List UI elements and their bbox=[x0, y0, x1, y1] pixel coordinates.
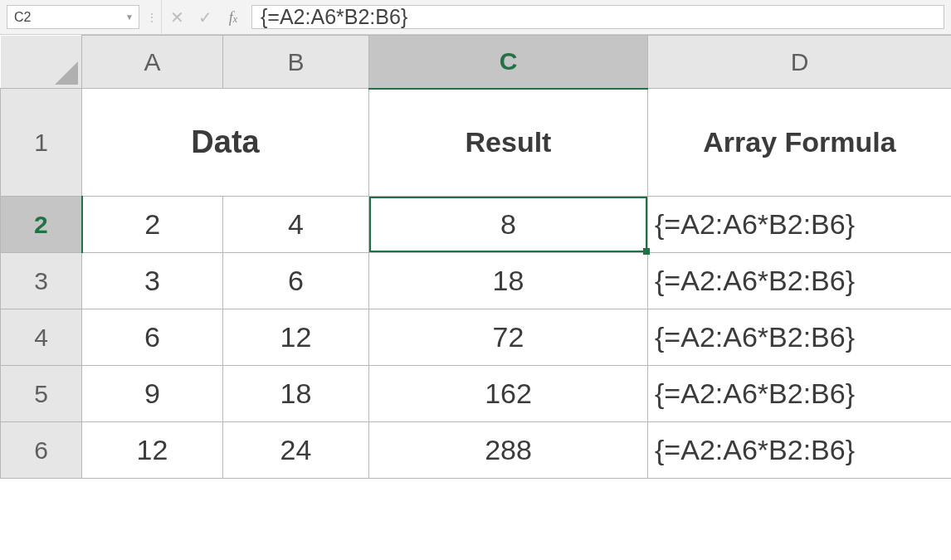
row-header-1[interactable]: 1 bbox=[1, 89, 82, 197]
select-all-triangle-icon bbox=[55, 61, 78, 85]
row-header-3[interactable]: 3 bbox=[1, 253, 82, 309]
cell-D1[interactable]: Array Formula bbox=[648, 89, 952, 197]
chevron-down-icon[interactable]: ▼ bbox=[125, 12, 134, 22]
cell-D3[interactable]: {=A2:A6*B2:B6} bbox=[648, 253, 952, 309]
formula-input[interactable]: {=A2:A6*B2:B6} bbox=[251, 5, 944, 29]
grid-table: A B C D 1 Data Result Array Formula 2 2 … bbox=[0, 35, 951, 479]
cell-C1[interactable]: Result bbox=[369, 89, 648, 197]
row-5: 5 9 18 162 {=A2:A6*B2:B6} bbox=[1, 366, 952, 422]
enter-icon[interactable]: ✓ bbox=[197, 9, 213, 26]
cell-D5[interactable]: {=A2:A6*B2:B6} bbox=[648, 366, 952, 422]
formula-bar-buttons: ✕ ✓ fx bbox=[161, 0, 248, 34]
name-box[interactable]: C2 ▼ bbox=[7, 5, 139, 29]
row-2: 2 2 4 8 {=A2:A6*B2:B6} bbox=[1, 197, 952, 253]
cell-A3[interactable]: 3 bbox=[82, 253, 223, 309]
cell-C3[interactable]: 18 bbox=[369, 253, 648, 309]
row-header-5[interactable]: 5 bbox=[1, 366, 82, 422]
row-header-4[interactable]: 4 bbox=[1, 309, 82, 366]
cell-B2[interactable]: 4 bbox=[223, 197, 369, 253]
col-header-D[interactable]: D bbox=[648, 36, 952, 89]
cell-B5[interactable]: 18 bbox=[223, 366, 369, 422]
row-1: 1 Data Result Array Formula bbox=[1, 89, 952, 197]
cell-D6[interactable]: {=A2:A6*B2:B6} bbox=[648, 422, 952, 479]
cell-D2[interactable]: {=A2:A6*B2:B6} bbox=[648, 197, 952, 253]
cell-D4[interactable]: {=A2:A6*B2:B6} bbox=[648, 309, 952, 366]
row-header-2[interactable]: 2 bbox=[1, 197, 82, 253]
col-header-C[interactable]: C bbox=[369, 36, 648, 89]
name-box-value: C2 bbox=[14, 10, 31, 25]
formula-bar: C2 ▼ ⋮ ✕ ✓ fx {=A2:A6*B2:B6} bbox=[0, 0, 951, 35]
row-4: 4 6 12 72 {=A2:A6*B2:B6} bbox=[1, 309, 952, 366]
spreadsheet: A B C D 1 Data Result Array Formula 2 2 … bbox=[0, 35, 951, 560]
drag-handle-icon[interactable]: ⋮ bbox=[143, 0, 161, 34]
col-header-A[interactable]: A bbox=[82, 36, 223, 89]
cell-A5[interactable]: 9 bbox=[82, 366, 223, 422]
cell-C4[interactable]: 72 bbox=[369, 309, 648, 366]
cell-A2[interactable]: 2 bbox=[82, 197, 223, 253]
column-header-row: A B C D bbox=[1, 36, 952, 89]
select-all-corner[interactable] bbox=[1, 36, 82, 89]
formula-text: {=A2:A6*B2:B6} bbox=[261, 5, 407, 29]
cell-B4[interactable]: 12 bbox=[223, 309, 369, 366]
cell-A1-B1-merged[interactable]: Data bbox=[82, 89, 369, 197]
cell-B3[interactable]: 6 bbox=[223, 253, 369, 309]
cell-C2[interactable]: 8 bbox=[369, 197, 648, 253]
row-3: 3 3 6 18 {=A2:A6*B2:B6} bbox=[1, 253, 952, 309]
col-header-B[interactable]: B bbox=[223, 36, 369, 89]
cancel-icon[interactable]: ✕ bbox=[168, 9, 185, 26]
cell-A6[interactable]: 12 bbox=[82, 422, 223, 479]
cell-C6[interactable]: 288 bbox=[369, 422, 648, 479]
fx-icon[interactable]: fx bbox=[225, 10, 241, 25]
cell-B6[interactable]: 24 bbox=[223, 422, 369, 479]
cell-A4[interactable]: 6 bbox=[82, 309, 223, 366]
cell-C5[interactable]: 162 bbox=[369, 366, 648, 422]
row-6: 6 12 24 288 {=A2:A6*B2:B6} bbox=[1, 422, 952, 479]
row-header-6[interactable]: 6 bbox=[1, 422, 82, 479]
